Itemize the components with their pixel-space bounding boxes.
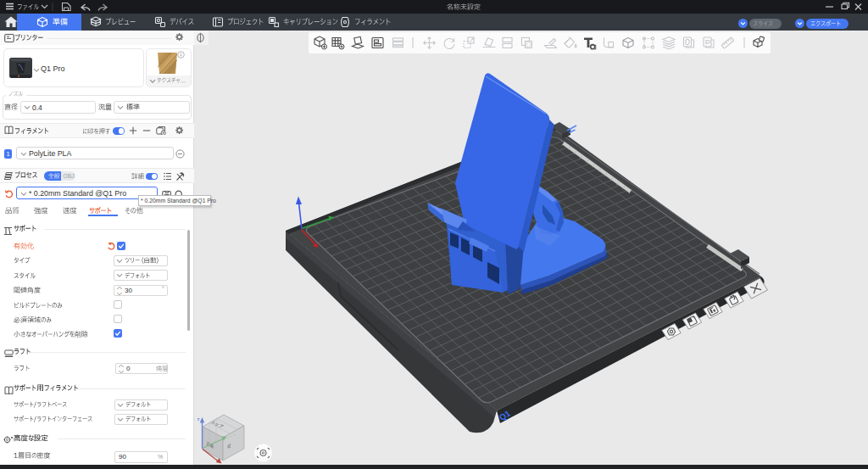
svg-text:z: z <box>198 416 200 422</box>
